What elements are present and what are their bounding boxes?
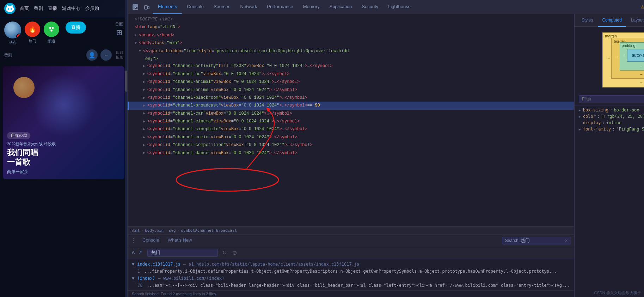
- tree-toggle[interactable]: ▼: [135, 40, 139, 46]
- css-filter-row: Show all Group: [575, 93, 644, 105]
- prop-name: box-sizing: [583, 108, 608, 113]
- tab-application[interactable]: Application: [325, 0, 357, 14]
- result-url-1: s1.hdslb.com/bfs/static/laputa-home/clie…: [189, 262, 359, 267]
- box-content: auto×auto: [627, 49, 644, 62]
- box-model: margin – – border – –: [602, 32, 644, 87]
- tree-line-sym7[interactable]: ▶ <symbol id="channel-car" viewBox="0 0 …: [128, 110, 574, 117]
- tree-line-sym10[interactable]: ▶ <symbol id="channel-comic" viewBox="0 …: [128, 133, 574, 141]
- padding-left: –: [624, 53, 626, 57]
- nav-label-hot: 热门: [29, 38, 36, 44]
- svg-point-2: [8, 8, 9, 10]
- tab-sources[interactable]: Sources: [209, 0, 235, 14]
- tree-toggle[interactable]: ▶: [143, 142, 147, 148]
- prop-value: "PingFang SC", Harmo: [617, 127, 644, 132]
- css-filter-input[interactable]: [579, 95, 644, 103]
- tree-line-sym4[interactable]: ▶ <symbol id="channel-anime" viewBox="0 …: [128, 86, 574, 94]
- customer-service-icon[interactable]: 👤: [86, 49, 98, 61]
- console-tab-console[interactable]: Console: [139, 235, 163, 246]
- breadcrumb-body[interactable]: body.win: [145, 228, 164, 233]
- nav-vip[interactable]: 会员购: [85, 5, 99, 12]
- tree-line-sym9[interactable]: ▶ <symbol id="channel-cinephile" viewBox…: [128, 125, 574, 133]
- back-old-icon[interactable]: ←: [100, 49, 112, 61]
- tree-toggle[interactable]: ▶: [143, 126, 147, 132]
- tree-line-sym5[interactable]: ▶ <symbol id="channel-blackroom" viewBox…: [128, 94, 574, 102]
- box-border: border – – padding –: [611, 38, 644, 79]
- tree-toggle[interactable]: ▼: [139, 48, 143, 54]
- console-tab-whatsnew[interactable]: What's New: [164, 235, 196, 246]
- tab-performance[interactable]: Performance: [262, 0, 298, 14]
- tree-line-body[interactable]: ▼ <body class="win" >: [128, 39, 574, 47]
- tab-elements[interactable]: Elements: [153, 0, 182, 14]
- tree-toggle[interactable]: ▶: [143, 134, 147, 140]
- nav-live[interactable]: 直播: [48, 5, 57, 12]
- search-result-item-1[interactable]: ▼ index.c13f1817.js – s1.hdslb.com/bfs/s…: [130, 261, 571, 268]
- breadcrumb-svg[interactable]: svg: [169, 228, 176, 233]
- tree-line-sym11[interactable]: ▶ <symbol id="channel-competition" viewB…: [128, 141, 574, 149]
- styles-tab-layout[interactable]: Layout: [627, 14, 644, 27]
- tree-toggle[interactable]: ▶: [143, 95, 147, 101]
- hot-icon-btn[interactable]: 🔥: [25, 22, 40, 37]
- tree-toggle[interactable]: ▶: [143, 63, 147, 69]
- device-toggle-btn[interactable]: [142, 2, 152, 12]
- search-result-line-1[interactable]: 1 ...fineProperty,i=Object.definePropert…: [130, 268, 571, 275]
- channel-icon-btn[interactable]: [44, 22, 59, 37]
- breadcrumb-html[interactable]: html: [130, 228, 140, 233]
- tree-line-sym-broadcast[interactable]: ▶ <symbol id="channel-broadcast" viewBox…: [128, 102, 574, 109]
- content-value: auto×auto: [632, 53, 644, 58]
- tab-console[interactable]: Console: [182, 0, 209, 14]
- console-menu-icon[interactable]: ⋮: [130, 237, 136, 244]
- tree-toggle[interactable]: ▶: [143, 110, 147, 116]
- tree-toggle[interactable]: ▶: [143, 103, 147, 109]
- html-tree[interactable]: <!DOCTYPE html> <html lang="zh-CN" > ▶ <…: [128, 14, 574, 226]
- search-cancel-btn[interactable]: ⊘: [231, 248, 238, 257]
- tree-toggle[interactable]: ▶: [143, 87, 147, 93]
- tree-line-html[interactable]: <html lang="zh-CN" >: [128, 23, 574, 31]
- css-prop-box-sizing[interactable]: ▶ box-sizing : border-box: [575, 107, 644, 113]
- tab-lighthouse[interactable]: Lighthouse: [383, 0, 416, 14]
- search-refresh-btn[interactable]: ↻: [221, 248, 228, 257]
- box-model-container: margin – – border – –: [575, 27, 644, 93]
- nav-label-channel: 频道: [48, 38, 55, 44]
- tree-toggle[interactable]: ▶: [143, 71, 147, 77]
- search-filter-input[interactable]: [147, 249, 218, 257]
- live-button[interactable]: 直播: [66, 22, 86, 34]
- tree-toggle[interactable]: ▶: [135, 32, 139, 38]
- styles-tab-computed[interactable]: Computed: [598, 14, 626, 27]
- tab-security[interactable]: Security: [357, 0, 383, 14]
- svg-rect-1: [6, 7, 13, 11]
- nav-home[interactable]: 首页: [20, 5, 29, 12]
- bili-scrollbar[interactable]: [125, 0, 127, 297]
- styles-tab-styles[interactable]: Styles: [577, 14, 597, 27]
- tree-line-sym1[interactable]: ▶ <symbol id="channel-activity" fill="#3…: [128, 62, 574, 70]
- search-result-item-2[interactable]: ▼ (index) – www.bilibili.com/(index): [130, 275, 571, 282]
- tab-memory[interactable]: Memory: [298, 0, 325, 14]
- tree-toggle[interactable]: ▶: [143, 119, 147, 125]
- search-box: Search ×: [502, 237, 571, 244]
- tree-toggle[interactable]: ▶: [143, 79, 147, 85]
- search-input[interactable]: [521, 238, 563, 243]
- tree-toggle[interactable]: ▶: [143, 150, 147, 156]
- search-result-line-2[interactable]: 78 ...eam"><!--[--><div class="bili-head…: [130, 282, 571, 289]
- tree-line-sym2[interactable]: ▶ <symbol id="channel-ad" viewBox="0 0 1…: [128, 70, 574, 78]
- console-search-bar: ⋮ Console What's New Search ×: [128, 235, 574, 297]
- prop-value: rgb(24, 25, 28): [607, 114, 644, 119]
- tree-line-sym12[interactable]: ▶ <symbol id="channel-dance" viewBox="0 …: [128, 149, 574, 157]
- inspect-element-btn[interactable]: [130, 2, 140, 12]
- bili-header: 首页 番剧 直播 游戏中心 会员购: [0, 0, 127, 17]
- tree-line-svg[interactable]: ▼ <svg aria-hidden="true" style="positio…: [128, 47, 574, 55]
- nav-bangumi[interactable]: 番剧: [34, 5, 43, 12]
- user-avatar[interactable]: ●: [4, 22, 21, 38]
- search-close-icon[interactable]: ×: [565, 238, 568, 243]
- tab-network[interactable]: Network: [235, 0, 262, 14]
- breadcrumb-symbol[interactable]: symbol#channel-broadcast: [181, 228, 237, 233]
- tree-line-sym8[interactable]: ▶ <symbol id="channel-cinema" viewBox="0…: [128, 117, 574, 125]
- result-file-2: (index): [137, 276, 155, 281]
- tree-line-head[interactable]: ▶ <head>…</head>: [128, 31, 574, 39]
- css-prop-color[interactable]: ▶ color : rgb(24, 25, 28): [575, 113, 644, 120]
- tree-line-doctype[interactable]: <!DOCTYPE html>: [128, 16, 574, 23]
- prop-colon: :: [597, 114, 600, 119]
- nav-game[interactable]: 游戏中心: [62, 5, 80, 12]
- tree-line-sym3[interactable]: ▶ <symbol id="channel-animal" viewBox="0…: [128, 78, 574, 86]
- css-prop-display[interactable]: ▶ display : inline: [575, 120, 644, 126]
- css-prop-font-family[interactable]: ▶ font-family : "PingFang SC", Harmo: [575, 126, 644, 132]
